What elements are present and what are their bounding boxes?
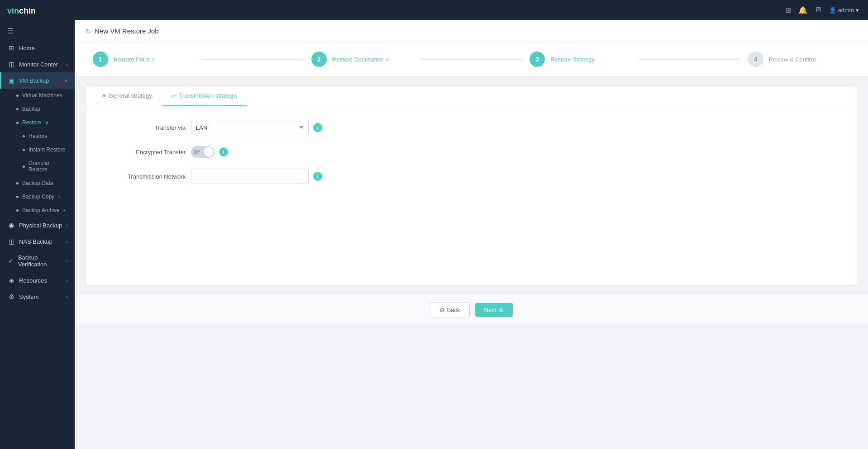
transmission-strategy-icon: ⇌	[171, 92, 176, 99]
chevron-right-icon: ›	[66, 239, 67, 244]
sidebar-item-instant-restore[interactable]: Instant Restore	[0, 143, 75, 156]
sidebar-item-backup-archive[interactable]: Backup Archive ›	[0, 203, 75, 217]
sidebar-item-granular-restore[interactable]: Granular Restore	[0, 156, 75, 176]
wizard-step-4: 4 Review & Confirm	[748, 52, 850, 67]
transmission-network-input[interactable]	[191, 169, 309, 184]
sidebar-item-virtual-machines[interactable]: Virtual Machines	[0, 89, 75, 102]
transmission-network-control: i	[191, 169, 322, 184]
sidebar-sub-label: Instant Restore	[29, 147, 65, 153]
encrypted-transfer-toggle[interactable]: Off	[191, 146, 215, 158]
chevron-right-icon: ›	[66, 259, 67, 264]
sidebar-sub-label: Backup Copy	[22, 194, 54, 200]
sidebar-sub-label: Granular Restore	[29, 160, 67, 173]
tab-general-strategy[interactable]: ≡ General strategy.	[93, 86, 162, 106]
dot-icon	[23, 165, 25, 168]
chevron-down-icon: ∨	[45, 119, 49, 126]
encrypted-transfer-info-icon[interactable]: i	[219, 147, 228, 156]
step-label-4: Review & Confirm	[769, 56, 816, 63]
step-circle-4: 4	[748, 52, 763, 67]
step-circle-3: 3	[529, 52, 545, 67]
transfer-via-info-icon[interactable]: i	[313, 123, 322, 132]
step-connector-2	[420, 59, 522, 60]
sidebar-item-backup-copy[interactable]: Backup Copy ›	[0, 190, 75, 203]
sidebar-item-restore-sub[interactable]: Restore	[0, 129, 75, 143]
sidebar-item-physical-backup[interactable]: ◉ Physical Backup ›	[0, 217, 75, 233]
next-icon: ⊕	[499, 307, 504, 313]
back-button[interactable]: ⊖ Back	[430, 302, 470, 317]
sidebar-item-backup-data[interactable]: Backup Data	[0, 176, 75, 190]
tab-content: Transfer via LAN SAN HotAdd i Encryp	[86, 106, 857, 285]
sidebar-item-backup-verification[interactable]: ✓ Backup Verification ›	[0, 250, 75, 272]
sidebar-item-resources[interactable]: ◈ Resources ›	[0, 272, 75, 288]
dot-icon	[23, 149, 25, 151]
chevron-right-icon: ›	[66, 278, 67, 283]
sidebar-item-monitor[interactable]: ◫ Monitor Center ›	[0, 56, 75, 72]
step-connector-1	[202, 59, 304, 60]
sidebar-item-label: Monitor Center	[19, 61, 58, 68]
transfer-via-label: Transfer via	[104, 124, 186, 131]
sidebar-item-backup[interactable]: Backup	[0, 102, 75, 116]
user-icon: 👤	[829, 7, 836, 14]
dot-icon	[16, 122, 19, 124]
sidebar-item-vm-backup[interactable]: ▣ VM Backup ∨	[0, 72, 75, 89]
transfer-via-select[interactable]: LAN SAN HotAdd	[191, 120, 309, 135]
sidebar-item-label: Physical Backup	[19, 222, 62, 229]
sidebar-item-home[interactable]: ⊞ Home	[0, 40, 75, 56]
encrypted-transfer-label: Encrypted Transfer	[104, 149, 186, 156]
encrypted-transfer-control: Off i	[191, 146, 228, 158]
wizard-steps: 1 Restore Point ✓ 2 Restore Destination …	[75, 43, 868, 76]
page-header: ↻ New VM Restore Job	[75, 20, 868, 43]
sidebar: vinchin ☰ ⊞ Home ◫ Monitor Center › ▣ VM…	[0, 0, 75, 449]
general-strategy-icon: ≡	[102, 92, 106, 99]
monitor-icon: ◫	[7, 61, 15, 68]
tab-bar: ≡ General strategy. ⇌ Transmission strat…	[86, 86, 857, 106]
next-button[interactable]: Next ⊕	[475, 303, 513, 317]
main-content: ⊞ 🔔 🖥 👤 admin ▾ ↻ New VM Restore Job 1 R…	[75, 0, 868, 449]
sidebar-sub-label: Virtual Machines	[22, 92, 62, 99]
dot-icon	[16, 182, 19, 184]
home-icon: ⊞	[7, 44, 15, 52]
nas-backup-icon: ◫	[7, 238, 15, 245]
bottom-bar: ⊖ Back Next ⊕	[75, 295, 868, 325]
backup-verification-icon: ✓	[7, 257, 14, 265]
sidebar-item-label: Home	[19, 45, 35, 52]
tab-panel: ≡ General strategy. ⇌ Transmission strat…	[86, 85, 857, 286]
sidebar-sub-label: Backup	[22, 106, 40, 112]
physical-backup-icon: ◉	[7, 222, 15, 229]
sidebar-sub-label: Backup Archive	[22, 207, 60, 213]
tab-transmission-strategy[interactable]: ⇌ Transmission strategy.	[162, 86, 246, 106]
sidebar-item-label: VM Backup	[19, 77, 49, 84]
encrypted-transfer-row: Encrypted Transfer Off i	[104, 146, 839, 158]
resources-icon: ◈	[7, 277, 15, 284]
transmission-network-info-icon[interactable]: i	[313, 172, 322, 181]
sidebar-item-system[interactable]: ⚙ System ›	[0, 288, 75, 305]
dot-icon	[16, 209, 19, 212]
wizard-step-3: 3 Restore Strategy	[529, 52, 631, 67]
topbar: ⊞ 🔔 🖥 👤 admin ▾	[75, 0, 868, 20]
user-menu[interactable]: 👤 admin ▾	[829, 7, 859, 14]
wizard-step-2: 2 Restore Destination ✓	[311, 52, 413, 67]
sidebar-item-restore[interactable]: Restore ∨	[0, 116, 75, 129]
logo: vinchin	[0, 0, 75, 22]
sidebar-item-label: Resources	[19, 277, 47, 284]
chevron-right-icon: ›	[63, 207, 65, 213]
refresh-icon[interactable]: ↻	[86, 28, 91, 35]
step-label-2: Restore Destination ✓	[332, 56, 391, 63]
transfer-via-row: Transfer via LAN SAN HotAdd i	[104, 120, 839, 135]
toggle-knob	[204, 147, 214, 157]
chevron-right-icon: ›	[66, 223, 67, 228]
sidebar-toggle[interactable]: ☰	[0, 22, 75, 40]
sidebar-item-nas-backup[interactable]: ◫ NAS Backup ›	[0, 233, 75, 250]
content-area: ≡ General strategy. ⇌ Transmission strat…	[75, 76, 868, 295]
step-circle-1: 1	[93, 52, 108, 67]
chevron-right-icon: ›	[66, 294, 67, 299]
vm-backup-icon: ▣	[7, 77, 15, 84]
monitor-icon[interactable]: 🖥	[815, 6, 822, 14]
back-icon: ⊖	[439, 307, 444, 313]
sidebar-sub-label: Restore	[29, 133, 48, 139]
chevron-down-icon: ∨	[64, 78, 67, 83]
grid-icon[interactable]: ⊞	[785, 6, 791, 14]
bell-icon[interactable]: 🔔	[798, 6, 807, 14]
dot-icon	[23, 135, 25, 137]
step-label-1: Restore Point ✓	[114, 56, 156, 63]
